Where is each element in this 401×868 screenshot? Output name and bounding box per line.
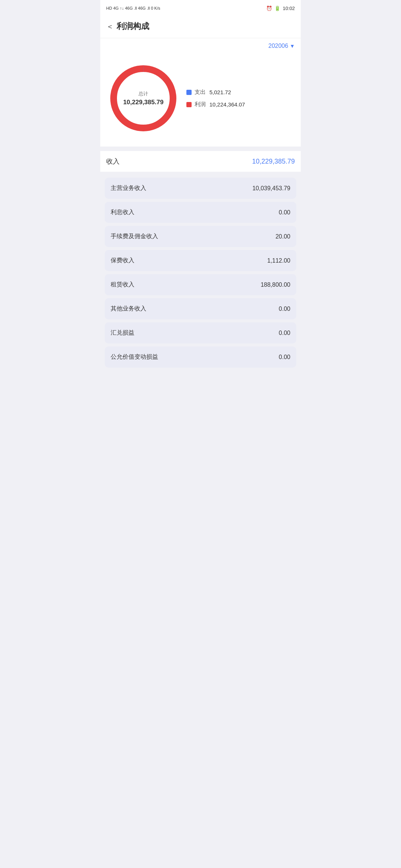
list-item-name: 其他业务收入 [111, 305, 146, 313]
list-item-value: 0.00 [279, 209, 290, 216]
status-left: HD 4G ↑↓ 46G .ll 46G .ll 0 K/s [106, 6, 160, 10]
income-header: 收入 10,229,385.79 [106, 157, 295, 166]
donut-value: 10,229,385.79 [123, 99, 164, 106]
legend-dot-profit [186, 102, 192, 107]
list-item[interactable]: 手续费及佣金收入 20.00 [105, 226, 296, 247]
legend-amount-profit: 10,224,364.07 [209, 101, 245, 108]
list-item-name: 主营业务收入 [111, 184, 146, 192]
donut-chart: 总计 10,229,385.79 [106, 61, 180, 135]
list-item-value: 188,800.00 [261, 282, 290, 288]
legend-dot-expense [186, 90, 192, 95]
date-value[interactable]: 202006 [268, 43, 288, 49]
list-item-value: 0.00 [279, 330, 290, 336]
list-item-value: 10,039,453.79 [252, 185, 290, 192]
income-label: 收入 [106, 157, 120, 166]
legend-name-profit: 利润 [195, 101, 206, 108]
list-item-value: 0.00 [279, 306, 290, 312]
list-item[interactable]: 其他业务收入 0.00 [105, 298, 296, 319]
list-item-name: 手续费及佣金收入 [111, 233, 158, 240]
chart-legend: 支出 5,021.72 利润 10,224,364.07 [180, 89, 295, 108]
header: ＜ 利润构成 [100, 16, 301, 38]
status-right: ⏰ 🔋 10:02 [266, 6, 295, 11]
status-icons: HD 4G ↑↓ 46G .ll 46G .ll 0 K/s [106, 6, 160, 10]
legend-item-expense: 支出 5,021.72 [186, 89, 295, 96]
donut-center: 总计 10,229,385.79 [123, 91, 164, 106]
list-item-name: 利息收入 [111, 208, 134, 216]
list-item-value: 0.00 [279, 354, 290, 361]
list-item[interactable]: 主营业务收入 10,039,453.79 [105, 178, 296, 199]
list-item-value: 1,112.00 [267, 257, 290, 264]
legend-item-profit: 利润 10,224,364.07 [186, 101, 295, 108]
chevron-down-icon[interactable]: ▼ [290, 43, 295, 49]
income-total: 10,229,385.79 [252, 158, 295, 165]
list-item-name: 公允价值变动损益 [111, 353, 158, 361]
back-button[interactable]: ＜ [106, 22, 114, 32]
legend-name-expense: 支出 [195, 89, 206, 96]
chart-section: 总计 10,229,385.79 支出 5,021.72 利润 10,224,3… [100, 54, 301, 147]
alarm-icon: ⏰ [266, 6, 272, 11]
list-item-name: 租赁收入 [111, 281, 134, 289]
section-divider [100, 147, 301, 151]
income-list: 主营业务收入 10,039,453.79 利息收入 0.00 手续费及佣金收入 … [100, 172, 301, 374]
list-item[interactable]: 公允价值变动损益 0.00 [105, 346, 296, 368]
donut-label: 总计 [123, 91, 164, 97]
list-item[interactable]: 保费收入 1,112.00 [105, 250, 296, 271]
list-item[interactable]: 租赁收入 188,800.00 [105, 274, 296, 295]
legend-amount-expense: 5,021.72 [209, 89, 231, 95]
battery-icon: 🔋 [274, 6, 280, 11]
income-section: 收入 10,229,385.79 [100, 151, 301, 172]
list-item-name: 汇兑损益 [111, 329, 134, 337]
time-display: 10:02 [283, 6, 295, 11]
list-item-name: 保费收入 [111, 257, 134, 264]
date-selector[interactable]: 202006 ▼ [100, 38, 301, 54]
list-item[interactable]: 利息收入 0.00 [105, 202, 296, 223]
list-item-value: 20.00 [276, 233, 290, 240]
status-bar: HD 4G ↑↓ 46G .ll 46G .ll 0 K/s ⏰ 🔋 10:02 [100, 0, 301, 16]
page-title: 利润构成 [117, 21, 149, 32]
list-item[interactable]: 汇兑损益 0.00 [105, 322, 296, 343]
